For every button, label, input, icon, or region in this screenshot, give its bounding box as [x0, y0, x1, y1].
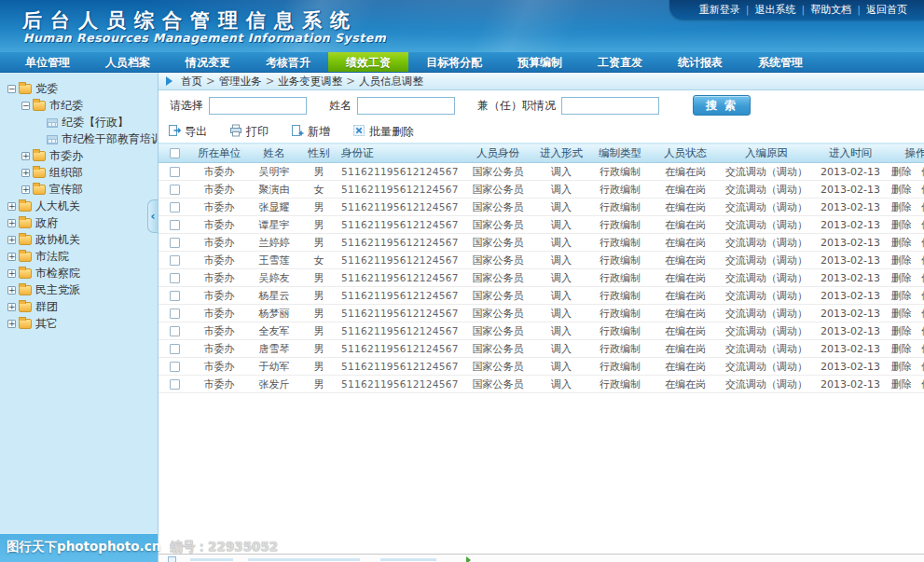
row-checkbox[interactable]: [170, 291, 180, 301]
header-link-2[interactable]: 帮助文档: [810, 4, 851, 16]
tree-item-1[interactable]: −市纪委: [0, 98, 158, 114]
nav-item-5[interactable]: 目标将分配: [408, 52, 500, 72]
delete-link[interactable]: 删除: [891, 361, 912, 373]
nav-item-4[interactable]: 绩效工资: [328, 52, 408, 72]
collapse-toggle-icon[interactable]: −: [21, 102, 30, 110]
delete-link[interactable]: 删除: [891, 325, 912, 337]
nav-item-1[interactable]: 人员档案: [88, 52, 168, 72]
expand-toggle-icon[interactable]: +: [21, 152, 30, 160]
header-link-0[interactable]: 重新登录: [699, 4, 740, 16]
breadcrumb-item-3[interactable]: 人员信息调整: [359, 75, 423, 88]
tree-item-11[interactable]: +市检察院: [0, 266, 158, 281]
tree-item-9[interactable]: +政协机关: [0, 232, 158, 248]
row-checkbox[interactable]: [170, 379, 180, 390]
row-checkbox[interactable]: [170, 185, 180, 195]
cell-id: 511621195612124567: [338, 269, 461, 287]
tree-item-5[interactable]: +组织部: [0, 165, 158, 181]
column-header-4[interactable]: 人员身份: [461, 144, 535, 163]
duty-filter-input[interactable]: [561, 97, 659, 115]
nav-item-9[interactable]: 系统管理: [740, 52, 821, 72]
breadcrumb-item-1[interactable]: 管理业务: [219, 75, 262, 88]
collapse-toggle-icon[interactable]: −: [7, 85, 16, 93]
batch-delete-button[interactable]: 批量删除: [352, 124, 414, 140]
delete-link[interactable]: 删除: [891, 219, 912, 231]
tree-item-7[interactable]: +人大机关: [0, 199, 158, 214]
tree-item-8[interactable]: +政府: [0, 215, 158, 231]
row-checkbox[interactable]: [170, 362, 180, 372]
row-checkbox[interactable]: [170, 167, 180, 177]
select-all-checkbox[interactable]: [170, 148, 180, 158]
header-link-1[interactable]: 退出系统: [755, 4, 796, 16]
row-checkbox[interactable]: [170, 255, 180, 266]
row-checkbox[interactable]: [170, 220, 180, 230]
nav-item-7[interactable]: 工资直发: [580, 52, 660, 72]
tree-item-12[interactable]: +民主党派: [0, 282, 158, 298]
print-button[interactable]: 打印: [229, 124, 269, 140]
delete-link[interactable]: 删除: [891, 237, 912, 249]
tree-item-3[interactable]: 市纪检干部教育培训中心: [0, 131, 158, 147]
tree-item-14[interactable]: +其它: [0, 316, 158, 332]
row-checkbox[interactable]: [170, 202, 180, 212]
sidebar-collapse-button[interactable]: ‹: [147, 199, 158, 233]
column-header-10[interactable]: 操作: [886, 144, 924, 163]
tree-item-13[interactable]: +群团: [0, 299, 158, 315]
column-header-9[interactable]: 进入时间: [815, 144, 886, 163]
delete-link[interactable]: 删除: [891, 166, 912, 178]
table-row: 市委办全友军男511621195612124567国家公务员调入行政编制在编在岗…: [159, 322, 924, 340]
name-filter-input[interactable]: [357, 97, 455, 115]
expand-toggle-icon[interactable]: +: [7, 219, 16, 227]
expand-toggle-icon[interactable]: +: [21, 169, 30, 177]
watermark-number: 编号：22935052: [171, 539, 279, 554]
delete-link[interactable]: 删除: [891, 254, 912, 267]
expand-toggle-icon[interactable]: +: [7, 320, 16, 328]
expand-toggle-icon[interactable]: +: [7, 269, 16, 278]
breadcrumb-item-0[interactable]: 首页: [181, 75, 202, 88]
row-checkbox[interactable]: [170, 238, 180, 248]
expand-toggle-icon[interactable]: +: [7, 303, 16, 311]
export-button[interactable]: 导出: [168, 124, 207, 140]
column-header-8[interactable]: 入编原因: [718, 144, 815, 163]
select-filter-input[interactable]: [209, 97, 307, 115]
tree-item-6[interactable]: +宣传部: [0, 182, 158, 198]
delete-link[interactable]: 删除: [891, 290, 912, 302]
nav-item-3[interactable]: 考核晋升: [248, 52, 328, 72]
tree-item-0[interactable]: −党委: [0, 81, 158, 97]
row-checkbox[interactable]: [170, 308, 180, 319]
delete-link[interactable]: 删除: [891, 378, 912, 391]
delete-link[interactable]: 删除: [891, 201, 912, 213]
tree-item-2[interactable]: 纪委【行政】: [0, 115, 158, 130]
nav-item-2[interactable]: 情况变更: [168, 52, 248, 72]
row-checkbox[interactable]: [170, 273, 180, 283]
delete-link[interactable]: 删除: [891, 343, 912, 355]
column-header-7[interactable]: 人员状态: [653, 144, 718, 163]
expand-toggle-icon[interactable]: +: [21, 185, 30, 194]
tree-item-10[interactable]: +市法院: [0, 249, 158, 265]
breadcrumb-item-2[interactable]: 业务变更调整: [278, 75, 342, 88]
column-header-2[interactable]: 性别: [300, 144, 338, 163]
add-button[interactable]: 新增: [291, 124, 330, 140]
delete-link[interactable]: 删除: [891, 184, 912, 196]
pagination-go-icon[interactable]: [466, 556, 471, 562]
delete-link[interactable]: 删除: [891, 308, 912, 320]
column-header-1[interactable]: 姓名: [248, 144, 300, 163]
delete-link[interactable]: 删除: [891, 272, 912, 284]
expand-toggle-icon[interactable]: +: [7, 236, 16, 244]
pagination-control: [380, 558, 436, 561]
expand-toggle-icon[interactable]: +: [7, 253, 16, 261]
nav-item-8[interactable]: 统计报表: [660, 52, 740, 72]
column-header-6[interactable]: 编制类型: [587, 144, 653, 163]
nav-item-0[interactable]: 单位管理: [7, 52, 88, 72]
column-header-0[interactable]: 所在单位: [190, 144, 248, 163]
nav-item-6[interactable]: 预算编制: [500, 52, 580, 72]
expand-toggle-icon[interactable]: +: [7, 202, 16, 211]
column-header-3[interactable]: 身份证: [338, 144, 461, 163]
row-checkbox[interactable]: [170, 344, 180, 354]
search-button[interactable]: 搜 索: [693, 95, 751, 116]
header-link-3[interactable]: 返回首页: [866, 4, 907, 16]
tree-item-label: 民主党派: [35, 282, 80, 298]
expand-toggle-icon[interactable]: +: [7, 286, 16, 295]
row-checkbox[interactable]: [170, 326, 180, 336]
column-header-5[interactable]: 进入形式: [535, 144, 587, 163]
tree-item-4[interactable]: +市委办: [0, 148, 158, 164]
pagination-checkbox[interactable]: [168, 556, 176, 562]
